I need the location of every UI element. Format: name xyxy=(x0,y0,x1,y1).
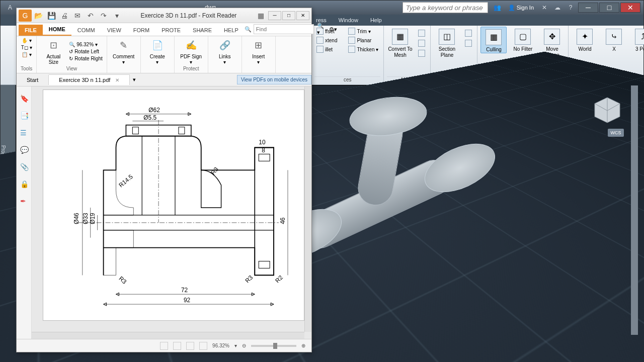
plus-icon[interactable]: + xyxy=(321,353,324,358)
doc-tab-file[interactable]: Exercice 3D n 11.pdf✕ xyxy=(49,74,130,85)
actual-size-button[interactable]: ⊡Actual Size xyxy=(41,39,66,65)
view-mode-continuous-icon[interactable] xyxy=(173,342,181,350)
close-tab-icon[interactable]: ✕ xyxy=(115,77,119,83)
planar-button[interactable]: Planar xyxy=(346,36,380,45)
save-icon[interactable]: 💾 xyxy=(45,10,58,22)
qat-dropdown-icon[interactable]: ▾ xyxy=(110,10,123,22)
exchange-icon[interactable]: ✕ xyxy=(540,3,549,12)
units-label[interactable]: Decimal xyxy=(340,353,358,358)
section-opt[interactable] xyxy=(463,39,474,48)
status-icon[interactable] xyxy=(245,352,253,360)
find-dropdown-icon[interactable]: 🔍▾ xyxy=(317,23,324,36)
zoom-slider[interactable] xyxy=(251,345,296,347)
signatures-icon[interactable]: ✒ xyxy=(20,197,28,205)
view-mode-continuous-facing-icon[interactable] xyxy=(199,342,207,350)
fillet-button[interactable]: illet xyxy=(314,45,339,54)
status-icon[interactable] xyxy=(393,352,401,360)
tab-form[interactable]: FORM xyxy=(127,25,155,36)
no-filter-button[interactable]: ▢No Filter xyxy=(510,27,536,52)
bookmark-icon[interactable]: 🔖 xyxy=(20,95,28,103)
status-icon[interactable] xyxy=(381,352,389,360)
menu-item[interactable]: Help xyxy=(364,17,388,23)
otrack-icon[interactable] xyxy=(172,352,180,360)
transparency-icon[interactable] xyxy=(196,352,204,360)
status-icon[interactable] xyxy=(220,352,228,360)
attachments-icon[interactable]: 📎 xyxy=(20,163,28,171)
select-tool[interactable]: T◻ ▾ xyxy=(21,44,32,51)
comments-icon[interactable]: 💬 xyxy=(20,146,28,154)
layers-icon[interactable]: ☰ xyxy=(20,129,28,137)
create-button[interactable]: 📄Create▾ xyxy=(145,39,170,65)
viewer-scroll-h[interactable] xyxy=(32,332,304,339)
viewport-scroll-v[interactable] xyxy=(631,85,638,335)
tab-help[interactable]: HELP xyxy=(218,25,245,36)
redo-icon[interactable]: ↷ xyxy=(97,10,110,22)
cycling-icon[interactable] xyxy=(208,352,216,360)
ribbon-mode-icon[interactable]: ▦ xyxy=(254,10,267,22)
insert-button[interactable]: ⊞Insert▾ xyxy=(246,39,271,65)
snapshot-tool[interactable]: 📋 ▾ xyxy=(22,51,32,58)
sign-in-button[interactable]: 👤 Sign In xyxy=(504,2,538,13)
gear-icon[interactable] xyxy=(309,352,317,360)
zoom-out-button[interactable]: ⊖ xyxy=(242,343,246,348)
settings-icon[interactable]: ⚙▾ xyxy=(329,26,337,33)
status-icon[interactable] xyxy=(405,352,413,360)
3point-button[interactable]: ⤴3 Point xyxy=(630,27,644,52)
tab-view[interactable]: VIEW xyxy=(101,25,127,36)
zoom-in-button[interactable]: ⊕ xyxy=(301,343,305,348)
tab-protect[interactable]: PROTE xyxy=(155,25,187,36)
tab-home[interactable]: HOME xyxy=(43,24,71,36)
ortho-icon[interactable] xyxy=(136,352,144,360)
zoom-value[interactable]: 🔍 96.32% ▾ xyxy=(69,41,102,48)
find-input[interactable] xyxy=(254,24,314,34)
close-button[interactable]: ✕ xyxy=(296,11,309,20)
help-icon[interactable]: ? xyxy=(566,3,575,12)
convert-to-mesh-button[interactable]: ▦Convert To Mesh xyxy=(387,27,413,58)
hand-tool[interactable]: ✋ ▾ xyxy=(22,37,32,44)
model-tab[interactable]: MODEL xyxy=(76,352,101,359)
culling-button[interactable]: ▦Culling xyxy=(480,27,507,53)
undo-icon[interactable]: ↶ xyxy=(84,10,97,22)
world-button[interactable]: ✦World xyxy=(572,27,598,52)
viewcube[interactable] xyxy=(592,95,623,126)
pages-icon[interactable]: 📑 xyxy=(20,112,28,120)
promo-banner[interactable]: View PDFs on mobile devices xyxy=(237,75,311,84)
search-people-icon[interactable]: 👥 xyxy=(493,3,502,12)
zoom-dropdown-icon[interactable]: ▾ xyxy=(234,343,237,348)
status-icon[interactable] xyxy=(269,352,277,360)
cloud-icon[interactable]: ☁ xyxy=(553,3,562,12)
pdf-sign-button[interactable]: ✍PDF Sign▾ xyxy=(179,39,204,65)
rotate-right-button[interactable]: ↻ Rotate Right xyxy=(69,55,102,62)
status-icon[interactable] xyxy=(328,352,336,360)
print-icon[interactable]: 🖨 xyxy=(58,10,71,22)
snap-icon[interactable] xyxy=(124,352,132,360)
comment-button[interactable]: ✎Comment▾ xyxy=(111,39,136,65)
trim-button[interactable]: Trim ▾ xyxy=(346,27,380,36)
foxit-titlebar[interactable]: G 📂 💾 🖨 ✉ ↶ ↷ ▾ Exercice 3D n 11.pdf - F… xyxy=(17,8,311,23)
thicken-button[interactable]: Thicken ▾ xyxy=(346,45,380,54)
mesh-opt[interactable] xyxy=(416,39,427,48)
search-input[interactable] xyxy=(403,2,488,13)
close-button[interactable]: ✕ xyxy=(620,3,640,13)
rotate-left-button[interactable]: ↺ Rotate Left xyxy=(69,48,102,55)
tab-dropdown-icon[interactable]: ▾ xyxy=(133,76,136,83)
osnap-icon[interactable] xyxy=(160,352,168,360)
view-mode-facing-icon[interactable] xyxy=(186,342,194,350)
status-icon[interactable] xyxy=(232,352,240,360)
grid-icon[interactable] xyxy=(105,352,113,360)
status-icon[interactable] xyxy=(257,352,265,360)
scale-label[interactable]: 1:1 / 100% xyxy=(281,353,305,358)
minimize-button[interactable]: ─ xyxy=(578,3,598,13)
maximize-button[interactable]: □ xyxy=(599,3,619,13)
section-opt[interactable] xyxy=(463,29,474,38)
links-button[interactable]: 🔗Links▾ xyxy=(212,39,237,65)
tab-file[interactable]: FILE xyxy=(19,25,43,36)
extend-button[interactable]: xtend xyxy=(314,36,339,45)
minimize-button[interactable]: ─ xyxy=(268,11,281,20)
status-icon[interactable] xyxy=(369,352,377,360)
tab-share[interactable]: SHARE xyxy=(187,25,218,36)
viewer-scroll-v[interactable] xyxy=(304,86,311,332)
email-icon[interactable]: ✉ xyxy=(71,10,84,22)
foxit-app-icon[interactable]: G xyxy=(19,10,32,22)
foxit-viewer[interactable]: Ø62 Ø5.5 R14.5 R3 Ø46 Ø33 Ø19 46 10 8 72 xyxy=(32,86,311,339)
